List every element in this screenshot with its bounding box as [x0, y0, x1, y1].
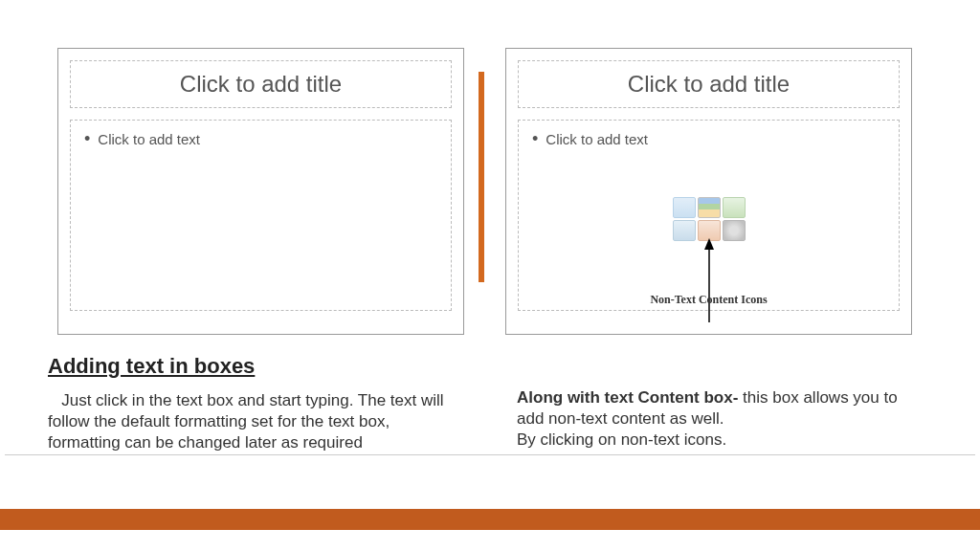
title-placeholder-right[interactable]: Click to add title [518, 60, 900, 108]
content-icons-grid[interactable] [673, 197, 746, 241]
title-placeholder-left[interactable]: Click to add title [70, 60, 452, 108]
content-placeholder-left[interactable]: • Click to add text [70, 120, 452, 311]
bullet-line: • Click to add text [84, 130, 437, 147]
chart-icon[interactable] [698, 197, 721, 218]
para-right-bold: Along with text Content box- [517, 388, 743, 407]
paragraph-left: Just click in the text box and start typ… [48, 390, 464, 453]
slide-right: Click to add title • Click to add text N… [505, 48, 912, 335]
paragraph-right: Along with text Content box- this box al… [517, 387, 928, 451]
divider-bar [479, 72, 484, 282]
svg-marker-1 [704, 238, 714, 250]
horizontal-rule [5, 454, 975, 455]
table-icon[interactable] [673, 197, 696, 218]
bottom-accent-bar [0, 509, 980, 530]
content-placeholder-right[interactable]: • Click to add text Non-Text Content Ico… [518, 120, 900, 311]
bullet-icon: • [84, 130, 90, 147]
section-heading: Adding text in boxes [48, 354, 255, 379]
bullet-line: • Click to add text [532, 130, 885, 147]
media-icon[interactable] [723, 220, 746, 241]
bullet-text: Click to add text [546, 131, 648, 147]
icons-caption: Non-Text Content Icons [519, 293, 899, 307]
bullet-icon: • [532, 130, 538, 147]
para-right-text2: By clicking on non-text icons. [517, 430, 726, 449]
slide-left: Click to add title • Click to add text [57, 48, 464, 335]
smartart-icon[interactable] [723, 197, 746, 218]
picture-icon[interactable] [673, 220, 696, 241]
arrow-icon [702, 238, 716, 324]
bullet-text: Click to add text [98, 131, 200, 147]
